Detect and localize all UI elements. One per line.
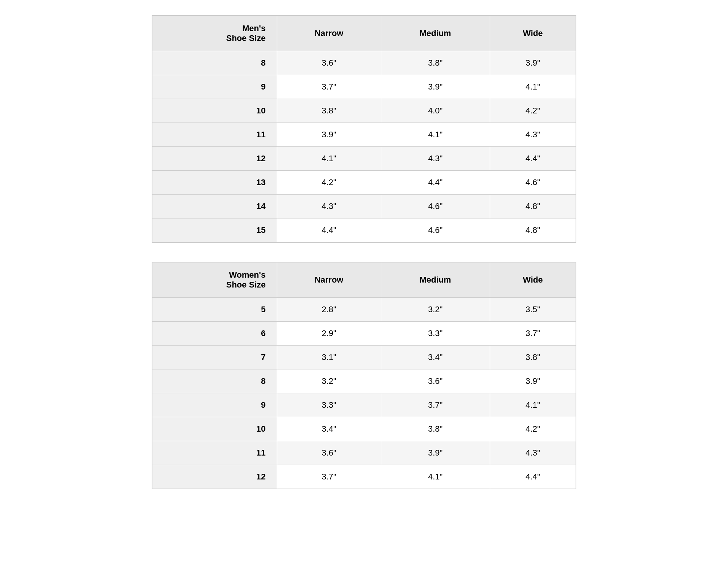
- medium-cell: 3.8": [381, 417, 490, 441]
- narrow-cell: 3.3": [277, 393, 381, 417]
- narrow-cell: 3.1": [277, 346, 381, 369]
- womens-shoe-size-table: Women'sShoe Size Narrow Medium Wide 5 2.…: [152, 262, 576, 489]
- table-row: 11 3.9" 4.1" 4.3": [152, 123, 576, 147]
- table-row: 13 4.2" 4.4" 4.6": [152, 171, 576, 195]
- wide-cell: 4.3": [490, 123, 576, 147]
- medium-cell: 4.0": [381, 99, 490, 123]
- wide-cell: 3.9": [490, 51, 576, 75]
- size-cell: 8: [152, 369, 277, 393]
- size-cell: 14: [152, 195, 277, 218]
- narrow-cell: 4.4": [277, 218, 381, 242]
- medium-cell: 4.1": [381, 465, 490, 489]
- table-row: 10 3.8" 4.0" 4.2": [152, 99, 576, 123]
- wide-cell: 4.4": [490, 147, 576, 171]
- table-row: 8 3.6" 3.8" 3.9": [152, 51, 576, 75]
- medium-cell: 3.6": [381, 369, 490, 393]
- table-row: 8 3.2" 3.6" 3.9": [152, 369, 576, 393]
- mens-wide-header: Wide: [490, 16, 576, 51]
- wide-cell: 4.1": [490, 393, 576, 417]
- size-cell: 12: [152, 465, 277, 489]
- medium-cell: 4.6": [381, 218, 490, 242]
- medium-cell: 4.4": [381, 171, 490, 195]
- narrow-cell: 2.9": [277, 322, 381, 346]
- table-row: 14 4.3" 4.6" 4.8": [152, 195, 576, 218]
- narrow-cell: 4.3": [277, 195, 381, 218]
- wide-cell: 4.2": [490, 99, 576, 123]
- table-row: 12 4.1" 4.3" 4.4": [152, 147, 576, 171]
- narrow-cell: 3.7": [277, 75, 381, 99]
- size-cell: 11: [152, 123, 277, 147]
- womens-size-header: Women'sShoe Size: [152, 262, 277, 298]
- size-cell: 6: [152, 322, 277, 346]
- table-row: 6 2.9" 3.3" 3.7": [152, 322, 576, 346]
- size-cell: 11: [152, 441, 277, 465]
- mens-size-header: Men'sShoe Size: [152, 16, 277, 51]
- womens-wide-header: Wide: [490, 262, 576, 298]
- womens-medium-header: Medium: [381, 262, 490, 298]
- table-row: 12 3.7" 4.1" 4.4": [152, 465, 576, 489]
- medium-cell: 3.3": [381, 322, 490, 346]
- table-row: 5 2.8" 3.2" 3.5": [152, 298, 576, 322]
- table-row: 9 3.7" 3.9" 4.1": [152, 75, 576, 99]
- size-cell: 8: [152, 51, 277, 75]
- size-cell: 13: [152, 171, 277, 195]
- narrow-cell: 3.6": [277, 51, 381, 75]
- mens-medium-header: Medium: [381, 16, 490, 51]
- size-cell: 9: [152, 393, 277, 417]
- size-cell: 7: [152, 346, 277, 369]
- medium-cell: 3.9": [381, 75, 490, 99]
- narrow-cell: 4.2": [277, 171, 381, 195]
- size-cell: 5: [152, 298, 277, 322]
- wide-cell: 4.8": [490, 195, 576, 218]
- size-cell: 15: [152, 218, 277, 242]
- table-row: 7 3.1" 3.4" 3.8": [152, 346, 576, 369]
- wide-cell: 3.8": [490, 346, 576, 369]
- narrow-cell: 3.2": [277, 369, 381, 393]
- wide-cell: 3.7": [490, 322, 576, 346]
- medium-cell: 3.2": [381, 298, 490, 322]
- medium-cell: 4.6": [381, 195, 490, 218]
- narrow-cell: 4.1": [277, 147, 381, 171]
- wide-cell: 4.4": [490, 465, 576, 489]
- table-row: 10 3.4" 3.8" 4.2": [152, 417, 576, 441]
- size-cell: 12: [152, 147, 277, 171]
- wide-cell: 4.8": [490, 218, 576, 242]
- medium-cell: 3.9": [381, 441, 490, 465]
- size-cell: 9: [152, 75, 277, 99]
- narrow-cell: 2.8": [277, 298, 381, 322]
- wide-cell: 4.3": [490, 441, 576, 465]
- medium-cell: 3.7": [381, 393, 490, 417]
- table-row: 15 4.4" 4.6" 4.8": [152, 218, 576, 242]
- wide-cell: 4.2": [490, 417, 576, 441]
- table-row: 11 3.6" 3.9" 4.3": [152, 441, 576, 465]
- mens-narrow-header: Narrow: [277, 16, 381, 51]
- size-cell: 10: [152, 99, 277, 123]
- size-cell: 10: [152, 417, 277, 441]
- medium-cell: 3.8": [381, 51, 490, 75]
- wide-cell: 4.6": [490, 171, 576, 195]
- narrow-cell: 3.9": [277, 123, 381, 147]
- wide-cell: 3.5": [490, 298, 576, 322]
- wide-cell: 4.1": [490, 75, 576, 99]
- narrow-cell: 3.8": [277, 99, 381, 123]
- medium-cell: 3.4": [381, 346, 490, 369]
- mens-shoe-size-table: Men'sShoe Size Narrow Medium Wide 8 3.6"…: [152, 15, 576, 243]
- wide-cell: 3.9": [490, 369, 576, 393]
- narrow-cell: 3.6": [277, 441, 381, 465]
- narrow-cell: 3.4": [277, 417, 381, 441]
- womens-narrow-header: Narrow: [277, 262, 381, 298]
- table-row: 9 3.3" 3.7" 4.1": [152, 393, 576, 417]
- narrow-cell: 3.7": [277, 465, 381, 489]
- medium-cell: 4.1": [381, 123, 490, 147]
- medium-cell: 4.3": [381, 147, 490, 171]
